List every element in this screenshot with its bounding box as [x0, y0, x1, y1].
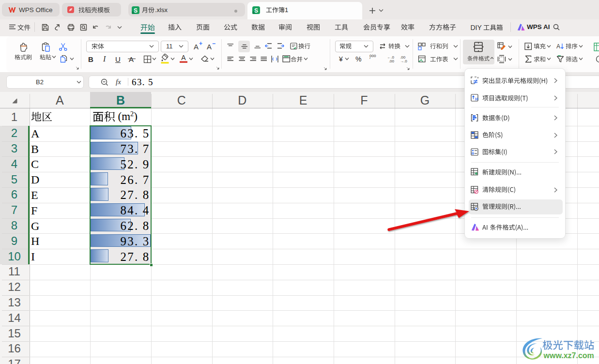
svg-text:→.0: →.0	[400, 59, 407, 62]
svg-text:S: S	[134, 7, 138, 14]
svg-text:S: S	[254, 7, 258, 14]
svg-text:A: A	[556, 43, 560, 50]
svg-text:A: A	[181, 54, 186, 61]
svg-text:.00: .00	[389, 59, 394, 62]
svg-text:10: 10	[475, 97, 479, 101]
